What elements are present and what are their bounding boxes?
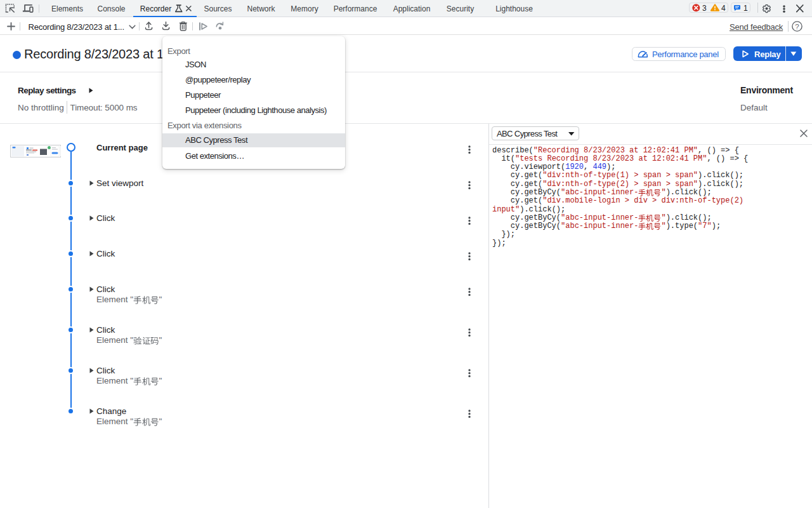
svg-text:?: ? [795,23,799,30]
